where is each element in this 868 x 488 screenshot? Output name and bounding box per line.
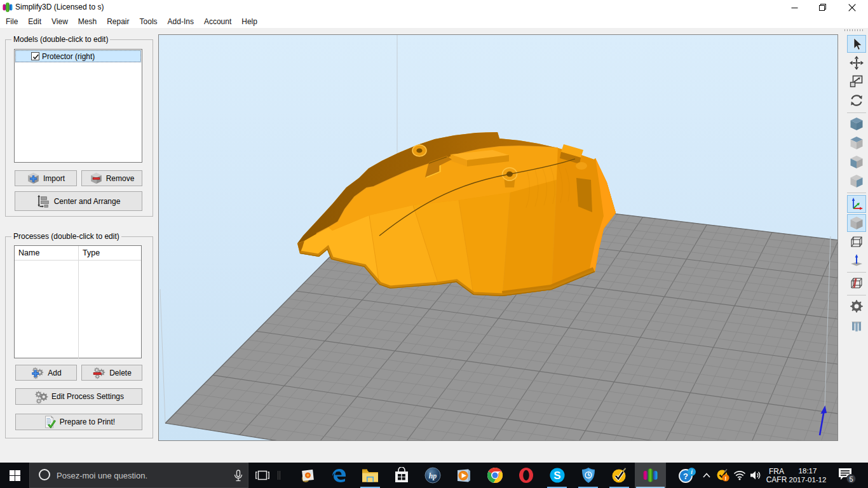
remove-cube-icon [90,172,103,185]
taskbar-app-chrome[interactable] [479,463,510,488]
view-side-button[interactable] [847,172,866,190]
prepare-to-print-label: Prepare to Print! [60,417,115,426]
models-list[interactable]: Protector (right) [14,49,142,163]
menu-tools[interactable]: Tools [135,15,163,28]
support-assistant-tray-icon[interactable]: ? i [677,463,698,488]
column-header-name: Name [15,246,79,359]
show-normals-button[interactable] [847,252,866,269]
gears-icon [34,390,48,404]
task-view-button[interactable] [248,463,276,488]
show-axes-button[interactable] [847,195,866,213]
notification-count-badge: 5 [849,475,853,483]
edit-process-settings-button[interactable]: Edit Process Settings [15,388,142,405]
wifi-tray-icon[interactable] [731,463,748,488]
svg-text:!: ! [725,475,727,482]
taskbar-app-media-player[interactable] [448,463,479,488]
import-button-label: Import [43,174,65,183]
taskbar-app-security-shield[interactable] [573,463,604,488]
import-button[interactable]: Import [15,170,77,186]
menu-account[interactable]: Account [199,15,236,28]
add-process-button[interactable]: Add [15,365,77,381]
norton-icon [611,468,627,484]
clock[interactable]: 18:17 2017-01-12 [789,466,827,484]
taskbar-app-skype[interactable]: S [541,463,573,488]
screen: Simplify3D (Licensed to s) FileEditViewM… [0,0,868,488]
taskbar-apps: hpS [292,463,666,488]
close-button[interactable] [841,0,863,15]
taskbar: Posez-moi une question. hpS [0,463,868,488]
taskbar-app-photos[interactable] [292,463,323,488]
prepare-to-print-button[interactable]: Prepare to Print! [15,414,142,430]
close-icon [848,4,856,11]
wireframe-render-button[interactable] [847,233,866,251]
move-tool-button[interactable] [847,54,866,72]
menu-view[interactable]: View [46,15,73,28]
menu-mesh[interactable]: Mesh [73,15,102,28]
taskbar-app-simplify3d[interactable] [635,463,666,488]
minimize-button[interactable] [783,0,805,15]
edit-process-settings-label: Edit Process Settings [51,392,124,401]
volume-tray-icon[interactable] [748,463,764,488]
restore-button[interactable] [812,0,834,15]
model-list-item[interactable]: Protector (right) [15,50,141,62]
solid-render-button[interactable] [847,214,866,232]
remove-button[interactable]: Remove [81,170,142,186]
cube-solid-icon [849,215,864,231]
models-groupbox-label: Models (double-click to edit) [11,35,110,44]
model-checkbox[interactable] [31,52,39,60]
cross-section-button[interactable] [847,274,866,292]
svg-text:i: i [691,469,693,475]
cube-side-icon [849,173,864,189]
tray-expand-chevron-icon[interactable] [698,463,715,488]
opera-icon [518,467,534,484]
delete-button-label: Delete [109,369,132,377]
support-structures-button[interactable] [847,316,866,334]
view-top-button[interactable] [847,134,866,152]
menu-help[interactable]: Help [236,15,262,28]
menu-addins[interactable]: Add-Ins [163,15,199,28]
model-boss-left [412,145,426,156]
machine-settings-button[interactable] [847,297,866,315]
viewport-3d[interactable] [158,34,838,441]
main-area: Models (double-click to edit) Protector … [0,28,868,463]
chrome-icon [487,467,503,484]
start-button[interactable] [0,463,29,488]
view-iso-button[interactable] [847,115,866,133]
center-and-arrange-button[interactable]: Center and Arrange [15,191,142,211]
language-indicator[interactable]: FRA CAFR [764,467,789,484]
delete-gears-icon [92,366,106,380]
scale-tool-button[interactable] [847,72,866,90]
taskbar-app-hp-support[interactable]: hp [417,463,448,488]
toolbar-separator [847,295,866,295]
select-tool-button[interactable] [847,35,866,53]
rotate-tool-button[interactable] [847,92,866,109]
taskbar-app-edge[interactable] [323,463,355,488]
add-button-label: Add [48,369,61,377]
norton-tray-icon[interactable]: ! [715,463,731,488]
svg-text:hp: hp [428,471,437,480]
hp-support-icon: hp [424,467,441,484]
menu-repair[interactable]: Repair [102,15,134,28]
svg-text:S: S [553,470,560,482]
section-icon [849,276,864,291]
toolbar-grip[interactable] [844,29,864,31]
cube-top-icon [849,135,864,151]
cortana-search-box[interactable]: Posez-moi une question. [29,463,248,488]
taskbar-app-norton[interactable] [604,463,635,488]
delete-process-button[interactable]: Delete [81,365,142,381]
processes-groupbox: Processes (double-click to edit) Name Ty… [5,236,153,438]
menu-edit[interactable]: Edit [23,15,46,28]
view-front-button[interactable] [847,153,866,171]
toolbar-separator [847,272,866,273]
processes-table[interactable]: Name Type [14,245,142,358]
simplify3d-logo-icon [3,2,13,13]
menu-file[interactable]: File [1,15,23,28]
action-center-button[interactable]: 5 [834,463,860,488]
right-toolbar [839,28,868,463]
taskbar-app-file-explorer[interactable] [355,463,386,488]
microphone-icon[interactable] [234,470,243,484]
taskbar-app-opera[interactable] [510,463,541,488]
column-header-type: Type [79,246,141,260]
taskbar-app-store[interactable] [386,463,417,488]
gear-icon [849,299,864,314]
